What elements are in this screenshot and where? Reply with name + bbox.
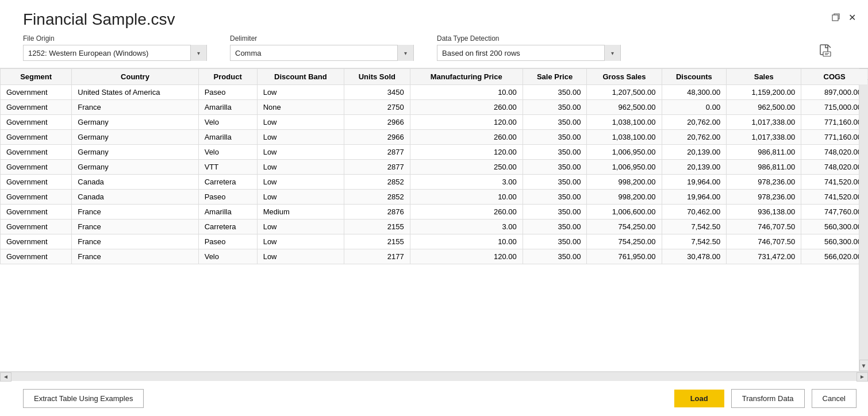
table-cell: Canada	[72, 190, 198, 205]
table-cell: Paseo	[198, 234, 257, 249]
table-cell: 10.00	[410, 234, 523, 249]
col-header: Discounts	[662, 69, 727, 85]
data-type-label: Data Type Detection	[437, 34, 621, 43]
vertical-scrollbar[interactable]: ▲ ▼	[859, 68, 868, 371]
table-cell: 7,542.50	[662, 234, 727, 249]
table-row: GovernmentFranceAmarillaMedium2876260.00…	[1, 205, 868, 219]
table-cell: 350.00	[523, 85, 587, 100]
table-cell: 560,300.00	[801, 219, 868, 234]
file-origin-arrow[interactable]: ▾	[190, 45, 206, 61]
table-cell: 0.00	[662, 100, 727, 115]
table-cell: Carretera	[198, 175, 257, 190]
table-cell: 754,250.00	[587, 219, 662, 234]
h-scroll-track[interactable]	[11, 372, 857, 381]
load-button[interactable]: Load	[674, 390, 724, 407]
table-row: GovernmentGermanyVeloLow2877120.00350.00…	[1, 145, 868, 160]
table-cell: 350.00	[523, 100, 587, 115]
table-cell: 1,038,100.00	[587, 130, 662, 145]
table-cell: 748,020.00	[801, 145, 868, 160]
table-cell: Government	[1, 85, 72, 100]
extract-table-button[interactable]: Extract Table Using Examples	[23, 389, 144, 408]
data-table: SegmentCountryProductDiscount BandUnits …	[0, 68, 868, 264]
table-cell: France	[72, 249, 198, 264]
table-cell: 1,207,500.00	[587, 85, 662, 100]
table-cell: Government	[1, 205, 72, 219]
table-cell: 70,462.00	[662, 205, 727, 219]
table-cell: Low	[257, 249, 344, 264]
data-type-arrow[interactable]: ▾	[604, 45, 620, 61]
table-cell: None	[257, 100, 344, 115]
file-icon-button[interactable]	[817, 43, 834, 59]
table-cell: Low	[257, 85, 344, 100]
table-cell: France	[72, 219, 198, 234]
col-header: Country	[72, 69, 198, 85]
table-cell: Government	[1, 130, 72, 145]
table-cell: 566,020.00	[801, 249, 868, 264]
table-cell: 2852	[344, 175, 410, 190]
table-cell: Velo	[198, 145, 257, 160]
table-cell: Government	[1, 175, 72, 190]
delimiter-arrow[interactable]: ▾	[397, 45, 413, 61]
table-header: SegmentCountryProductDiscount BandUnits …	[1, 69, 868, 85]
table-cell: 20,762.00	[662, 130, 727, 145]
scroll-left-arrow[interactable]: ◄	[0, 372, 11, 382]
table-cell: 20,139.00	[662, 160, 727, 175]
table-cell: 19,964.00	[662, 190, 727, 205]
table-body: GovernmentUnited States of AmericaPaseoL…	[1, 85, 868, 264]
table-cell: 3.00	[410, 175, 523, 190]
table-cell: 10.00	[410, 85, 523, 100]
table-row: GovernmentUnited States of AmericaPaseoL…	[1, 85, 868, 100]
cancel-button[interactable]: Cancel	[812, 389, 857, 408]
table-container[interactable]: SegmentCountryProductDiscount BandUnits …	[0, 68, 868, 371]
scroll-right-arrow[interactable]: ►	[857, 372, 868, 382]
table-cell: 120.00	[410, 145, 523, 160]
table-cell: Low	[257, 175, 344, 190]
table-cell: 350.00	[523, 115, 587, 130]
table-cell: 20,139.00	[662, 145, 727, 160]
col-header: Gross Sales	[587, 69, 662, 85]
data-type-group: Data Type Detection Based on first 200 r…	[437, 34, 621, 61]
table-cell: Germany	[72, 160, 198, 175]
table-cell: 1,159,200.00	[727, 85, 801, 100]
transform-data-button[interactable]: Transform Data	[731, 389, 805, 408]
col-header: COGS	[801, 69, 868, 85]
table-cell: Government	[1, 145, 72, 160]
table-cell: Amarilla	[198, 205, 257, 219]
restore-button[interactable]	[831, 13, 840, 22]
table-cell: 731,472.00	[727, 249, 801, 264]
data-type-select[interactable]: Based on first 200 rows ▾	[437, 45, 621, 61]
table-cell: 748,020.00	[801, 160, 868, 175]
table-cell: 20,762.00	[662, 115, 727, 130]
window-controls: ✕	[831, 10, 857, 22]
table-cell: 746,707.50	[727, 219, 801, 234]
table-cell: Low	[257, 145, 344, 160]
data-type-value: Based on first 200 rows	[437, 49, 604, 57]
delimiter-select[interactable]: Comma ▾	[230, 45, 414, 61]
table-cell: Canada	[72, 175, 198, 190]
dialog: Financial Sample.csv ✕ File Origin 1252:…	[0, 0, 868, 416]
close-button[interactable]: ✕	[847, 13, 857, 22]
table-cell: Government	[1, 160, 72, 175]
table-row: GovernmentFranceCarreteraLow21553.00350.…	[1, 219, 868, 234]
table-cell: Low	[257, 190, 344, 205]
controls-row: File Origin 1252: Western European (Wind…	[0, 34, 868, 68]
table-cell: 350.00	[523, 190, 587, 205]
table-cell: 978,236.00	[727, 175, 801, 190]
file-origin-select[interactable]: 1252: Western European (Windows) ▾	[23, 45, 207, 61]
table-cell: France	[72, 205, 198, 219]
table-row: GovernmentFrancePaseoLow215510.00350.007…	[1, 234, 868, 249]
table-cell: 2877	[344, 160, 410, 175]
scroll-down-arrow[interactable]: ▼	[859, 360, 869, 371]
table-cell: Germany	[72, 145, 198, 160]
horizontal-scrollbar[interactable]: ◄ ►	[0, 372, 868, 381]
table-cell: Government	[1, 219, 72, 234]
table-cell: 1,017,338.00	[727, 130, 801, 145]
svg-rect-0	[832, 15, 838, 21]
table-cell: 2876	[344, 205, 410, 219]
scroll-track[interactable]	[859, 80, 868, 360]
file-origin-label: File Origin	[23, 34, 207, 43]
table-cell: 2155	[344, 219, 410, 234]
table-cell: 350.00	[523, 175, 587, 190]
table-cell: 741,520.00	[801, 175, 868, 190]
table-cell: 715,000.00	[801, 100, 868, 115]
